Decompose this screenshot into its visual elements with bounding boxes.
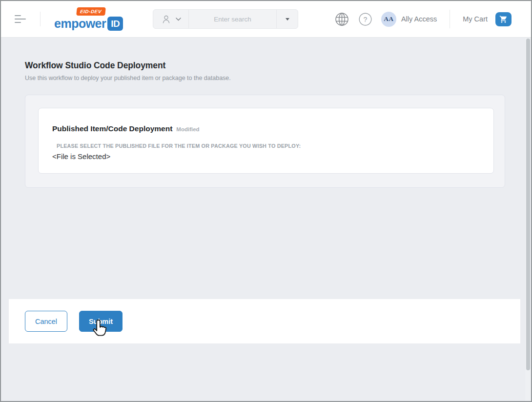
help-icon: ? <box>359 13 372 26</box>
search-scope-selector[interactable] <box>153 10 189 28</box>
header-divider <box>40 12 41 26</box>
deployment-card: Published Item/Code Deployment Modified … <box>38 108 494 174</box>
globe-icon <box>335 12 349 26</box>
header-divider <box>450 10 450 28</box>
env-badge: EID-DEV <box>76 7 106 16</box>
my-cart-label[interactable]: My Cart <box>463 15 488 23</box>
status-badge: Modified <box>176 126 199 132</box>
user-name[interactable]: Ally Access <box>401 15 437 23</box>
page-title: Workflow Studio Code Deployment <box>25 60 165 71</box>
empowerid-logo[interactable]: EID-DEV empower ID <box>54 7 123 31</box>
global-search <box>153 9 298 29</box>
selected-file-value: <File is Selected> <box>52 152 480 161</box>
menu-icon[interactable] <box>15 15 26 23</box>
logo-id-mark: ID <box>107 17 123 31</box>
search-input[interactable] <box>189 10 276 28</box>
vertical-scrollbar-thumb[interactable] <box>526 39 530 370</box>
logo-brand-text: empower <box>54 17 106 31</box>
vertical-scrollbar-track[interactable] <box>525 38 531 401</box>
app-window: EID-DEV empower ID <box>0 0 532 402</box>
person-icon <box>161 14 171 24</box>
action-bar: Cancel Submit <box>9 299 520 343</box>
app-header: EID-DEV empower ID <box>1 1 531 38</box>
page-subtitle: Use this workflow to deploy your publish… <box>25 75 231 81</box>
language-globe-button[interactable] <box>335 12 349 26</box>
help-button[interactable]: ? <box>359 13 372 26</box>
card-title: Published Item/Code Deployment <box>52 124 172 133</box>
submit-button[interactable]: Submit <box>79 311 123 332</box>
svg-text:?: ? <box>364 15 368 23</box>
search-options-dropdown[interactable] <box>276 10 298 28</box>
file-select-prompt: PLEASE SELECT THE PUBLISHED FILE FOR THE… <box>57 143 480 149</box>
cart-button[interactable] <box>495 12 512 26</box>
dropdown-caret-icon <box>286 18 289 20</box>
cart-icon <box>499 15 508 23</box>
cancel-button[interactable]: Cancel <box>25 311 67 332</box>
user-avatar[interactable]: AA <box>381 12 396 27</box>
chevron-down-icon <box>176 18 181 21</box>
workflow-form-panel: Published Item/Code Deployment Modified … <box>25 95 505 188</box>
